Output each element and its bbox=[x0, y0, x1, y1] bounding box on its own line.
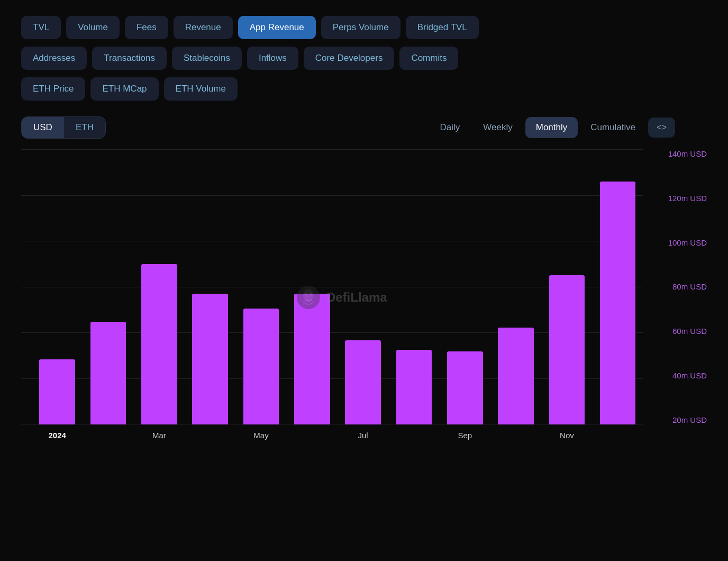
bar-group-jan bbox=[32, 149, 83, 424]
bar-group-oct bbox=[490, 149, 541, 424]
x-slot-6: Jul bbox=[338, 424, 388, 446]
bar-group-aug bbox=[388, 149, 439, 424]
x-slot-0: 2024 bbox=[32, 424, 83, 446]
x-label-jul: Jul bbox=[358, 431, 368, 440]
filter-fees[interactable]: Fees bbox=[125, 16, 168, 39]
chart-area: 140m USD 120m USD 100m USD 80m USD 60m U… bbox=[21, 149, 643, 446]
filter-volume[interactable]: Volume bbox=[66, 16, 120, 39]
currency-usd[interactable]: USD bbox=[22, 117, 64, 138]
x-slot-4: May bbox=[235, 424, 286, 446]
filter-addresses[interactable]: Addresses bbox=[21, 47, 87, 70]
time-monthly[interactable]: Monthly bbox=[525, 117, 578, 138]
bar-group-may bbox=[235, 149, 286, 424]
filter-revenue[interactable]: Revenue bbox=[174, 16, 233, 39]
x-slot-3 bbox=[185, 424, 235, 446]
time-toggle: Daily Weekly Monthly Cumulative <> bbox=[430, 117, 676, 138]
x-label-may: May bbox=[253, 431, 268, 440]
filter-transactions[interactable]: Transactions bbox=[92, 47, 167, 70]
y-label-140: 140m USD bbox=[668, 149, 707, 158]
bar-mar[interactable] bbox=[141, 264, 177, 424]
bar-jul[interactable] bbox=[345, 340, 380, 424]
x-slot-5 bbox=[287, 424, 338, 446]
filter-tvl[interactable]: TVL bbox=[21, 16, 61, 39]
filter-row-3: ETH Price ETH MCap ETH Volume bbox=[21, 77, 707, 101]
bar-jun[interactable] bbox=[294, 294, 330, 424]
filter-row-1: TVL Volume Fees Revenue App Revenue Perp… bbox=[21, 16, 707, 39]
bar-apr[interactable] bbox=[192, 294, 228, 424]
bars-area bbox=[32, 149, 643, 424]
x-slot-11 bbox=[593, 424, 643, 446]
time-weekly[interactable]: Weekly bbox=[472, 117, 523, 138]
y-label-20: 20m USD bbox=[672, 415, 707, 424]
currency-toggle: USD ETH bbox=[21, 116, 106, 139]
bar-oct[interactable] bbox=[498, 328, 533, 424]
filter-eth-price[interactable]: ETH Price bbox=[21, 77, 85, 101]
bar-group-apr bbox=[185, 149, 235, 424]
x-label-2024: 2024 bbox=[48, 431, 66, 440]
filter-eth-volume[interactable]: ETH Volume bbox=[164, 77, 238, 101]
y-axis: 140m USD 120m USD 100m USD 80m USD 60m U… bbox=[668, 149, 707, 424]
filter-perps-volume[interactable]: Perps Volume bbox=[321, 16, 401, 39]
x-label-sep: Sep bbox=[458, 431, 472, 440]
x-label-nov: Nov bbox=[560, 431, 574, 440]
bar-nov[interactable] bbox=[549, 275, 585, 424]
y-label-60: 60m USD bbox=[672, 327, 707, 336]
filter-app-revenue[interactable]: App Revenue bbox=[238, 16, 316, 39]
bar-jan[interactable] bbox=[39, 359, 75, 425]
x-slot-2: Mar bbox=[134, 424, 185, 446]
bar-dec[interactable] bbox=[600, 182, 635, 424]
x-slot-9 bbox=[490, 424, 541, 446]
bar-group-sep bbox=[440, 149, 490, 424]
bar-aug[interactable] bbox=[396, 350, 432, 424]
bar-group-nov bbox=[541, 149, 592, 424]
bar-group-feb bbox=[83, 149, 133, 424]
bar-sep[interactable] bbox=[447, 351, 483, 424]
time-daily[interactable]: Daily bbox=[430, 117, 471, 138]
x-axis: 2024MarMayJulSepNov bbox=[32, 424, 643, 446]
bar-group-mar bbox=[134, 149, 185, 424]
filter-stablecoins[interactable]: Stablecoins bbox=[172, 47, 242, 70]
x-slot-10: Nov bbox=[541, 424, 592, 446]
bar-group-dec bbox=[593, 149, 643, 424]
y-label-40: 40m USD bbox=[672, 371, 707, 380]
filter-row-2: Addresses Transactions Stablecoins Inflo… bbox=[21, 47, 707, 70]
y-label-120: 120m USD bbox=[668, 194, 707, 203]
controls-row: USD ETH Daily Weekly Monthly Cumulative … bbox=[21, 116, 707, 139]
bar-may[interactable] bbox=[243, 309, 279, 424]
currency-eth[interactable]: ETH bbox=[64, 117, 105, 138]
bar-group-jun bbox=[287, 149, 338, 424]
x-slot-1 bbox=[83, 424, 133, 446]
chart-container: 140m USD 120m USD 100m USD 80m USD 60m U… bbox=[21, 149, 707, 446]
filter-bridged-tvl[interactable]: Bridged TVL bbox=[406, 16, 479, 39]
bar-feb[interactable] bbox=[90, 322, 126, 424]
x-slot-7 bbox=[388, 424, 439, 446]
time-cumulative[interactable]: Cumulative bbox=[580, 117, 646, 138]
x-label-mar: Mar bbox=[152, 431, 166, 440]
filter-core-developers[interactable]: Core Developers bbox=[304, 47, 395, 70]
filter-inflows[interactable]: Inflows bbox=[247, 47, 298, 70]
filter-eth-mcap[interactable]: ETH MCap bbox=[90, 77, 158, 101]
x-slot-8: Sep bbox=[440, 424, 490, 446]
bar-group-jul bbox=[338, 149, 388, 424]
filter-commits[interactable]: Commits bbox=[399, 47, 458, 70]
y-label-80: 80m USD bbox=[672, 282, 707, 291]
embed-button[interactable]: <> bbox=[648, 117, 675, 138]
y-label-100: 100m USD bbox=[668, 238, 707, 247]
